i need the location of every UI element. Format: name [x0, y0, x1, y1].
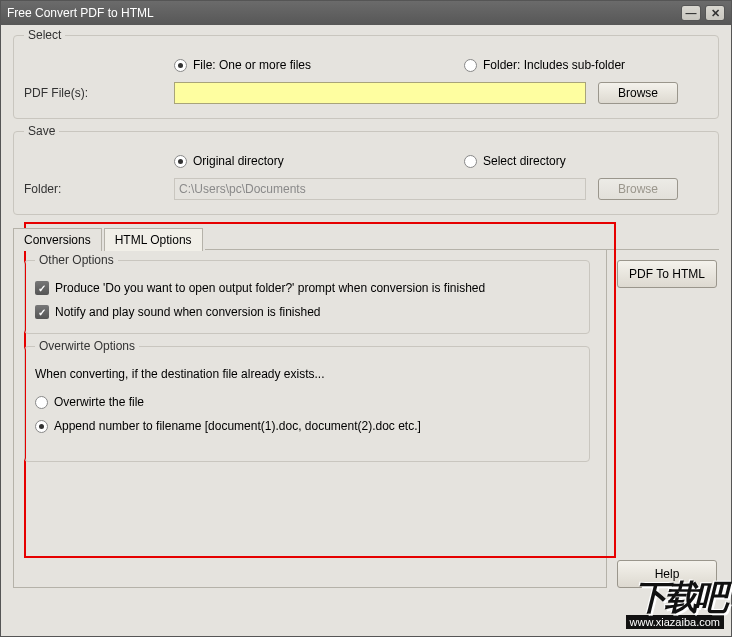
save-legend: Save	[24, 124, 59, 138]
notify-sound-checkbox[interactable]	[35, 305, 49, 319]
select-legend: Select	[24, 28, 65, 42]
window-title: Free Convert PDF to HTML	[7, 6, 677, 20]
browse-pdf-button[interactable]: Browse	[598, 82, 678, 104]
help-button[interactable]: Help	[617, 560, 717, 588]
minimize-button[interactable]: —	[681, 5, 701, 21]
folder-label: Folder:	[24, 182, 174, 196]
tab-conversions[interactable]: Conversions	[13, 228, 102, 251]
overwrite-when-text: When converting, if the destination file…	[35, 367, 324, 381]
append-number-label: Append number to filename [document(1).d…	[54, 419, 421, 433]
folder-radio-label: Folder: Includes sub-folder	[483, 58, 625, 72]
file-radio-label: File: One or more files	[193, 58, 311, 72]
folder-input: C:\Users\pc\Documents	[174, 178, 586, 200]
select-dir-label: Select directory	[483, 154, 566, 168]
watermark-url: www.xiazaiba.com	[626, 615, 724, 629]
produce-prompt-checkbox[interactable]	[35, 281, 49, 295]
other-options-legend: Other Options	[35, 253, 118, 267]
pdf-files-label: PDF File(s):	[24, 86, 174, 100]
overwrite-file-radio[interactable]	[35, 396, 48, 409]
save-group: Save Original directory Select directory…	[13, 131, 719, 215]
original-dir-radio[interactable]	[174, 155, 187, 168]
other-options-group: Other Options Produce 'Do you want to op…	[24, 260, 590, 334]
titlebar: Free Convert PDF to HTML — ✕	[1, 1, 731, 25]
tab-html-options[interactable]: HTML Options	[104, 228, 203, 251]
original-dir-label: Original directory	[193, 154, 284, 168]
select-dir-radio[interactable]	[464, 155, 477, 168]
notify-sound-label: Notify and play sound when conversion is…	[55, 305, 321, 319]
pdf-to-html-button[interactable]: PDF To HTML	[617, 260, 717, 288]
produce-prompt-label: Produce 'Do you want to open output fold…	[55, 281, 485, 295]
browse-folder-button: Browse	[598, 178, 678, 200]
close-button[interactable]: ✕	[705, 5, 725, 21]
overwrite-options-group: Overwirte Options When converting, if th…	[24, 346, 590, 462]
select-group: Select File: One or more files Folder: I…	[13, 35, 719, 119]
overwrite-file-label: Overwirte the file	[54, 395, 144, 409]
pdf-files-input[interactable]	[174, 82, 586, 104]
overwrite-options-legend: Overwirte Options	[35, 339, 139, 353]
folder-radio[interactable]	[464, 59, 477, 72]
tab-panel-conversions: Other Options Produce 'Do you want to op…	[13, 250, 607, 588]
file-radio[interactable]	[174, 59, 187, 72]
tab-strip: Conversions HTML Options	[13, 227, 719, 250]
append-number-radio[interactable]	[35, 420, 48, 433]
